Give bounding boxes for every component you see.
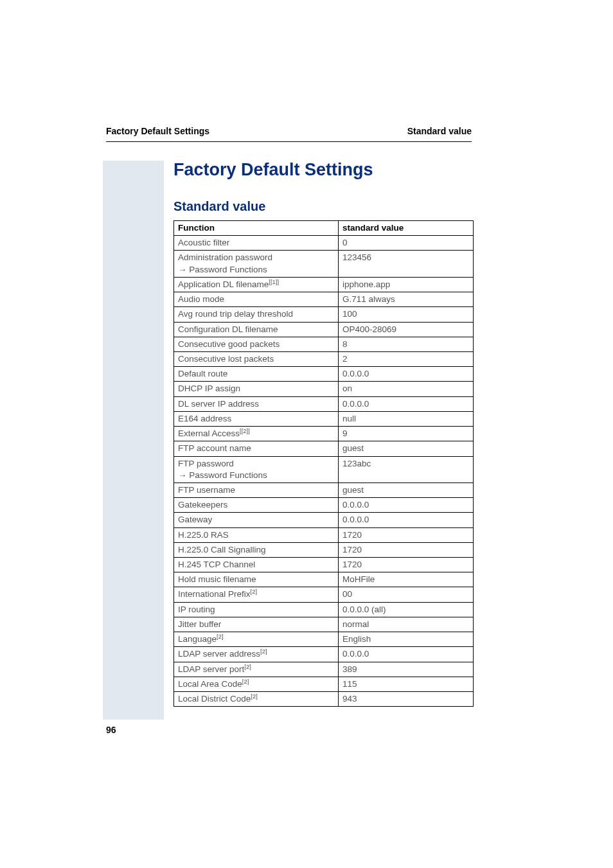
function-cell: Avg round trip delay threshold bbox=[174, 307, 339, 322]
function-cell: DL server IP address bbox=[174, 396, 339, 411]
table-row: H.225.0 RAS1720 bbox=[174, 527, 474, 542]
function-cell: Jitter buffer bbox=[174, 617, 339, 632]
table-row: Consecutive lost packets2 bbox=[174, 351, 474, 366]
footnote-ref: [[2]] bbox=[240, 427, 250, 434]
table-row: H.245 TCP Channel1720 bbox=[174, 558, 474, 572]
function-cell: FTP account name bbox=[174, 441, 339, 456]
function-cell: IP routing bbox=[174, 602, 339, 617]
function-cell: H.225.0 Call Signalling bbox=[174, 542, 339, 557]
value-cell: 943 bbox=[339, 692, 474, 707]
table-row: LDAP server port[2]389 bbox=[174, 662, 474, 677]
value-cell: 0.0.0.0 bbox=[339, 647, 474, 662]
value-cell: 1720 bbox=[339, 558, 474, 572]
table-row: FTP account nameguest bbox=[174, 441, 474, 456]
value-cell: ipphone.app bbox=[339, 277, 474, 292]
settings-table: Function standard value Acoustic filter0… bbox=[173, 220, 474, 707]
page-number: 96 bbox=[0, 725, 613, 735]
footnote-ref: [2] bbox=[260, 648, 267, 655]
table-row: Audio modeG.711 always bbox=[174, 292, 474, 307]
header-left: Factory Default Settings bbox=[106, 126, 209, 136]
function-cell: DHCP IP assign bbox=[174, 382, 339, 396]
function-cell: Language[2] bbox=[174, 632, 339, 647]
value-cell: 9 bbox=[339, 427, 474, 441]
function-cell: FTP password→ Password Functions bbox=[174, 456, 339, 483]
function-cell: Administration password→ Password Functi… bbox=[174, 251, 339, 277]
table-row: DHCP IP assignon bbox=[174, 382, 474, 396]
table-row: Local Area Code[2]115 bbox=[174, 677, 474, 691]
value-cell: 8 bbox=[339, 337, 474, 351]
table-row: Consecutive good packets8 bbox=[174, 337, 474, 351]
value-cell: 0.0.0.0 bbox=[339, 513, 474, 527]
table-row: FTP usernameguest bbox=[174, 483, 474, 497]
value-cell: 0.0.0.0 bbox=[339, 396, 474, 411]
function-cell: Local Area Code[2] bbox=[174, 677, 339, 691]
table-row: Gateway0.0.0.0 bbox=[174, 513, 474, 527]
function-cell: Consecutive lost packets bbox=[174, 351, 339, 366]
value-cell: on bbox=[339, 382, 474, 396]
function-cell: International Prefix[2] bbox=[174, 587, 339, 602]
table-row: Gatekeepers0.0.0.0 bbox=[174, 498, 474, 513]
function-cell: External Access[[2]] bbox=[174, 427, 339, 441]
arrow-icon: → Password Functions bbox=[178, 265, 267, 274]
value-cell: 1720 bbox=[339, 527, 474, 542]
footnote-ref: [2] bbox=[217, 633, 224, 640]
value-cell: OP400-28069 bbox=[339, 322, 474, 337]
footnote-ref: [[1]] bbox=[269, 278, 279, 285]
value-cell: 123456 bbox=[339, 251, 474, 277]
function-cell: Gateway bbox=[174, 513, 339, 527]
table-row: FTP password→ Password Functions123abc bbox=[174, 456, 474, 483]
function-cell: Default route bbox=[174, 367, 339, 382]
table-row: International Prefix[2]00 bbox=[174, 587, 474, 602]
value-cell: guest bbox=[339, 441, 474, 456]
value-cell: 0.0.0.0 bbox=[339, 367, 474, 382]
running-header: Factory Default Settings Standard value bbox=[0, 126, 613, 136]
page-title: Factory Default Settings bbox=[0, 160, 613, 180]
table-row: Configuration DL filenameOP400-28069 bbox=[174, 322, 474, 337]
section-subtitle: Standard value bbox=[0, 199, 613, 214]
function-cell: LDAP server port[2] bbox=[174, 662, 339, 677]
function-cell: H.225.0 RAS bbox=[174, 527, 339, 542]
function-cell: FTP username bbox=[174, 483, 339, 497]
table-row: E164 addressnull bbox=[174, 411, 474, 426]
col-function: Function bbox=[174, 221, 339, 236]
table-row: Hold music filenameMoHFile bbox=[174, 572, 474, 587]
table-header-row: Function standard value bbox=[174, 221, 474, 236]
value-cell: 115 bbox=[339, 677, 474, 691]
value-cell: English bbox=[339, 632, 474, 647]
table-row: Administration password→ Password Functi… bbox=[174, 251, 474, 277]
table-row: DL server IP address0.0.0.0 bbox=[174, 396, 474, 411]
table-row: Local District Code[2]943 bbox=[174, 692, 474, 707]
value-cell: 2 bbox=[339, 351, 474, 366]
value-cell: 00 bbox=[339, 587, 474, 602]
value-cell: null bbox=[339, 411, 474, 426]
table-row: Jitter buffernormal bbox=[174, 617, 474, 632]
function-cell: Acoustic filter bbox=[174, 236, 339, 251]
header-right: Standard value bbox=[407, 126, 472, 136]
table-row: H.225.0 Call Signalling1720 bbox=[174, 542, 474, 557]
function-cell: Local District Code[2] bbox=[174, 692, 339, 707]
value-cell: 0 bbox=[339, 236, 474, 251]
function-cell: E164 address bbox=[174, 411, 339, 426]
footnote-ref: [2] bbox=[242, 677, 249, 684]
value-cell: G.711 always bbox=[339, 292, 474, 307]
value-cell: 123abc bbox=[339, 456, 474, 483]
function-cell: H.245 TCP Channel bbox=[174, 558, 339, 572]
function-cell: LDAP server address[2] bbox=[174, 647, 339, 662]
header-rule bbox=[106, 141, 472, 142]
table-row: Avg round trip delay threshold100 bbox=[174, 307, 474, 322]
arrow-icon: → Password Functions bbox=[178, 470, 267, 480]
footnote-ref: [2] bbox=[251, 693, 258, 700]
function-cell: Application DL filename[[1]] bbox=[174, 277, 339, 292]
table-row: Application DL filename[[1]]ipphone.app bbox=[174, 277, 474, 292]
table-row: Default route0.0.0.0 bbox=[174, 367, 474, 382]
value-cell: 0.0.0.0 (all) bbox=[339, 602, 474, 617]
table-row: Language[2]English bbox=[174, 632, 474, 647]
function-cell: Hold music filename bbox=[174, 572, 339, 587]
table-row: Acoustic filter0 bbox=[174, 236, 474, 251]
value-cell: 1720 bbox=[339, 542, 474, 557]
function-cell: Consecutive good packets bbox=[174, 337, 339, 351]
value-cell: MoHFile bbox=[339, 572, 474, 587]
table-row: External Access[[2]]9 bbox=[174, 427, 474, 441]
table-row: LDAP server address[2]0.0.0.0 bbox=[174, 647, 474, 662]
value-cell: 389 bbox=[339, 662, 474, 677]
